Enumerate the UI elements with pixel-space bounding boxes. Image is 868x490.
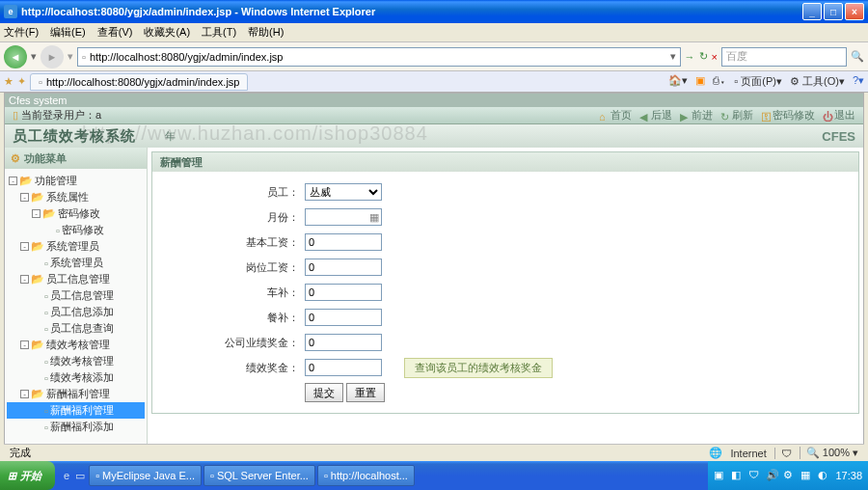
tree-item[interactable]: -📂 员工信息管理: [7, 271, 145, 287]
link-back[interactable]: ◀后退: [639, 108, 672, 122]
tray-icon[interactable]: ▣: [714, 469, 727, 482]
label-month: 月份：: [160, 210, 305, 225]
quick-launch-desktop[interactable]: ▭: [75, 470, 85, 482]
menu-file[interactable]: 文件(F): [4, 25, 39, 40]
search-placeholder: 百度: [726, 49, 747, 64]
nav-back-dropdown[interactable]: ▾: [31, 50, 37, 63]
tree-item[interactable]: -📂 薪酬福利管理: [7, 386, 145, 402]
taskbar-task[interactable]: ▫SQL Server Enter...: [203, 465, 315, 486]
help-icon[interactable]: ?▾: [853, 74, 864, 89]
zoom-level[interactable]: 🔍 100% ▾: [800, 447, 858, 459]
tree-item[interactable]: ▫ 薪酬福利管理: [7, 402, 145, 419]
quick-launch-ie[interactable]: e: [64, 470, 69, 481]
task-icon: ▫: [210, 470, 214, 481]
tree-label: 绩效考核添加: [50, 370, 114, 385]
query-bonus-button[interactable]: 查询该员工的绩效考核奖金: [404, 358, 553, 378]
tray-icon[interactable]: ◧: [731, 469, 745, 482]
refresh-icon: ↻: [720, 111, 730, 121]
favorites-icon[interactable]: ★: [4, 75, 14, 88]
input-company-bonus[interactable]: [305, 334, 382, 351]
nav-forward-button[interactable]: ►: [41, 45, 64, 68]
tree-toggle[interactable]: -: [20, 193, 29, 202]
input-month[interactable]: ▦: [305, 208, 382, 226]
select-employee[interactable]: 丛威: [305, 183, 382, 201]
tree-item[interactable]: ▫ 薪酬福利添加: [7, 419, 145, 435]
tree-item[interactable]: -📂 绩效考核管理: [7, 337, 145, 353]
start-button[interactable]: ⊞ 开始: [0, 461, 55, 490]
system-tray[interactable]: ▣ ◧ 🛡 🔊 ⚙ ▦ ◐ 17:38: [708, 461, 868, 490]
tree-item[interactable]: -📂 系统管理员: [7, 238, 145, 255]
menu-edit[interactable]: 编辑(E): [50, 25, 86, 40]
taskbar-task[interactable]: ▫http://localhost...: [317, 465, 415, 486]
go-button[interactable]: →: [685, 51, 695, 63]
search-box[interactable]: 百度: [721, 47, 847, 67]
tree-toggle[interactable]: -: [20, 242, 29, 251]
tree-toggle[interactable]: -: [32, 209, 41, 218]
label-meal: 餐补：: [160, 311, 305, 325]
nav-back-button[interactable]: ◄: [4, 45, 27, 68]
tree-item[interactable]: ▫ 系统管理员: [7, 255, 145, 271]
tree-item[interactable]: ▫ 员工信息管理: [7, 287, 145, 304]
tree-item[interactable]: ▫ 员工信息查询: [7, 320, 145, 337]
menu-tools[interactable]: 工具(T): [202, 25, 236, 40]
input-post-salary[interactable]: [305, 259, 382, 276]
link-home[interactable]: ⌂首页: [599, 108, 632, 122]
tree-item[interactable]: -📂 系统属性: [7, 189, 145, 205]
tray-icon[interactable]: ▦: [800, 469, 814, 482]
menu-help[interactable]: 帮助(H): [248, 25, 284, 40]
document-icon: ▫: [44, 307, 48, 318]
feed-icon[interactable]: ▣: [695, 74, 705, 89]
tree-toggle[interactable]: -: [20, 340, 29, 349]
close-button[interactable]: ×: [845, 3, 864, 20]
nav-forward-dropdown[interactable]: ▾: [68, 50, 73, 63]
tree-toggle[interactable]: -: [9, 177, 17, 185]
input-base-salary[interactable]: [305, 233, 382, 251]
clock[interactable]: 17:38: [835, 470, 862, 481]
input-meal[interactable]: [305, 309, 382, 326]
home-icon: ⌂: [599, 111, 609, 121]
reset-button[interactable]: 重置: [346, 383, 385, 402]
menu-view[interactable]: 查看(V): [97, 25, 133, 40]
link-refresh[interactable]: ↻刷新: [720, 108, 753, 122]
stop-button[interactable]: ×: [712, 51, 718, 63]
favorites-add-icon[interactable]: ✦: [17, 75, 26, 88]
document-icon: ▫: [44, 372, 48, 384]
tools-menu[interactable]: ⚙ 工具(O)▾: [790, 74, 845, 89]
link-password[interactable]: ⚿密码修改: [761, 108, 815, 122]
address-bar[interactable]: ▫ http://localhost:8080/ygjx/admin/index…: [77, 47, 681, 67]
tree-item[interactable]: ▫ 绩效考核管理: [7, 353, 145, 369]
tree-toggle[interactable]: -: [20, 275, 29, 284]
page-menu[interactable]: ▫ 页面(P)▾: [734, 74, 782, 89]
print-icon[interactable]: ⎙▾: [713, 74, 726, 89]
home-icon[interactable]: 🏠▾: [668, 74, 688, 89]
input-transport[interactable]: [305, 284, 382, 301]
link-exit[interactable]: ⏻退出: [823, 108, 855, 122]
maximize-button[interactable]: □: [824, 3, 843, 20]
input-perf-bonus[interactable]: [305, 359, 382, 376]
tree-item[interactable]: ▫ 员工信息添加: [7, 304, 145, 320]
search-button[interactable]: 🔍: [851, 50, 864, 63]
address-dropdown-icon[interactable]: ▾: [670, 50, 676, 63]
cfes-logo: CFES: [822, 129, 855, 144]
tree-item[interactable]: ▫ 密码修改: [7, 222, 145, 238]
taskbar-task[interactable]: ▫MyEclipse Java E...: [89, 465, 202, 486]
menu-favorites[interactable]: 收藏夹(A): [144, 25, 190, 40]
work-area: 薪酬管理 员工： 丛威 月份： ▦ 基本工资： 岗位工资：: [148, 148, 863, 460]
label-post-salary: 岗位工资：: [160, 260, 305, 275]
tree-label: 绩效考核管理: [50, 354, 114, 368]
tray-icon[interactable]: ◐: [818, 469, 831, 482]
refresh-button[interactable]: ↻: [699, 50, 708, 63]
minimize-button[interactable]: _: [802, 3, 822, 20]
tray-icon[interactable]: 🔊: [766, 469, 779, 482]
tray-icon[interactable]: ⚙: [783, 469, 797, 482]
tree-item[interactable]: -📂 密码修改: [7, 205, 145, 222]
tree-item[interactable]: -📂 功能管理: [7, 173, 145, 189]
tree-toggle[interactable]: -: [20, 390, 29, 398]
folder-icon: 📂: [31, 240, 44, 253]
link-forward[interactable]: ▶前进: [680, 108, 713, 122]
task-icon: ▫: [324, 470, 328, 481]
browser-tab[interactable]: ▫ http://localhost:8080/ygjx/admin/index…: [30, 73, 248, 91]
tree-item[interactable]: ▫ 绩效考核添加: [7, 369, 145, 386]
tray-icon[interactable]: 🛡: [748, 469, 762, 482]
submit-button[interactable]: 提交: [305, 383, 343, 402]
